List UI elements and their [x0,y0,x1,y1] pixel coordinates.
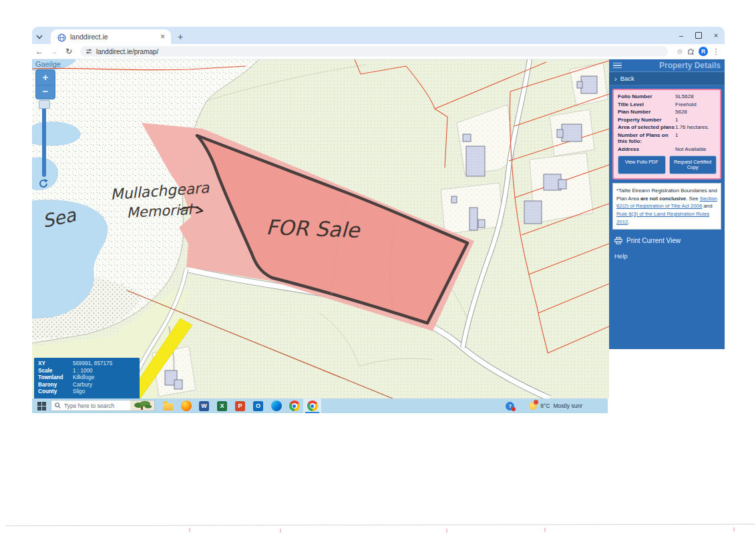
detail-value: 1.76 hectares. [675,124,709,131]
map-refresh-button[interactable] [38,178,49,189]
taskbar-file-explorer-icon[interactable] [159,398,177,413]
detail-row: Area of selected plans 1.76 hectares. [618,124,717,131]
back-button[interactable]: › Back [609,72,725,85]
window-maximize-button[interactable] [690,27,707,44]
registration-disclaimer: *Tailte Éireann Registration Boundaries … [612,183,721,230]
folder-icon [163,403,173,411]
detail-label: Property Number [618,117,675,123]
taskbar-edge-icon[interactable] [267,398,285,413]
detail-label: Number of Plans on this folio: [618,132,675,145]
browser-window: landdirect.ie × + – × ← → ↻ l [32,27,725,398]
taskbar-app-icons: W X P O [159,398,321,413]
scan-mark [280,529,281,533]
zoom-slider[interactable] [42,102,46,177]
taskbar-chrome-active-icon[interactable] [303,398,321,413]
tab-close-icon[interactable]: × [158,32,167,41]
taskbar-excel-icon[interactable]: X [213,398,231,413]
edge-icon [271,400,282,411]
window-close-button[interactable]: × [707,27,725,44]
view-folio-pdf-button[interactable]: View Folio PDF [618,156,666,174]
chrome-icon [289,400,300,411]
search-highlight-tree-image[interactable] [130,400,154,411]
scan-mark [733,527,735,531]
taskbar-tray: ? 8°C Mostly sunr [506,398,582,413]
powerpoint-icon: P [235,401,245,411]
extensions-puzzle-icon[interactable] [687,47,695,56]
detail-row: Plan Number 5628 [618,109,717,115]
nav-back-icon[interactable]: ← [32,47,47,56]
scan-mark [544,528,546,532]
taskbar-powerpoint-icon[interactable]: P [231,398,249,413]
disclaimer-bold: are not conclusive [640,196,686,202]
panel-header: Property Details [609,59,725,72]
taskbar-outlook-icon[interactable]: O [249,398,267,413]
folio-details-card: Folio Number SL5628 Title Level Freehold… [612,89,721,180]
printer-icon [614,237,622,244]
bookmark-star-icon[interactable]: ☆ [673,47,687,56]
detail-value: SL5628 [675,93,694,100]
help-link[interactable]: Help [609,247,725,265]
language-toggle-link[interactable]: Gaeilge [35,60,61,68]
profile-avatar[interactable]: R [699,47,708,56]
tab-search-chevron-icon[interactable] [32,29,47,44]
weather-temp[interactable]: 8°C [540,403,550,409]
map-canvas[interactable]: Mullachgeara Memorial FOR Sale Sea [32,59,609,398]
info-row-county: County Sligo [38,388,136,396]
taskbar-chrome-icon[interactable] [285,398,303,413]
request-certified-copy-button[interactable]: Request Certified Copy [669,156,717,174]
scan-page-edge-line [5,524,755,526]
zoom-slider-handle[interactable] [39,100,50,109]
nav-reload-icon[interactable]: ↻ [61,47,76,56]
for-sale-annotation: FOR Sale [266,215,361,242]
panel-title: Property Details [659,61,721,70]
print-current-view-button[interactable]: Print Current View [609,232,725,247]
back-chevron-icon: › [614,75,617,83]
detail-label: Plan Number [618,109,675,115]
info-label: Barony [38,382,73,389]
taskbar-firefox-icon[interactable] [177,398,195,413]
map-viewport[interactable]: Mullachgeara Memorial FOR Sale Sea Gaeil… [32,59,609,398]
taskbar-word-icon[interactable]: W [195,398,213,413]
registration-rules-link[interactable]: Rule 8(3) of the Land Registration Rules… [616,211,709,225]
info-value: 1 : 1000 [73,368,93,375]
search-icon [55,403,61,409]
coords-info-box: XY 569991, 857175 Scale 1 : 1000 Townlan… [34,358,140,398]
detail-row: Title Level Freehold [618,101,717,108]
info-label: County [38,388,73,396]
detail-value: 1 [675,117,678,123]
zoom-in-button[interactable]: + [35,69,55,85]
detail-label: Area of selected plans [618,124,675,131]
disclaimer-text: and [702,203,712,209]
browser-content: Mullachgeara Memorial FOR Sale Sea Gaeil… [32,59,725,398]
folio-actions: View Folio PDF Request Certified Copy [618,156,717,174]
browser-menu-icon[interactable]: ⋮ [711,47,721,56]
weather-sun-icon[interactable] [529,402,537,410]
chrome-icon [307,400,318,411]
maximize-icon [695,32,702,39]
taskbar-search-input[interactable]: Type here to search [51,400,155,411]
info-value: Kilkilloge [73,374,94,382]
property-details-panel: Property Details › Back Folio Number SL5… [609,59,725,349]
browser-toolbar: ← → ↻ landdirect.ie/pramap/ ☆ R ⋮ [32,44,725,59]
start-button-icon[interactable] [37,402,46,411]
detail-row: Folio Number SL5628 [618,93,717,100]
info-row-townland: Townland Kilkilloge [38,374,136,382]
nav-forward-icon[interactable]: → [47,47,61,56]
windows-taskbar: Type here to search W X P O [32,398,608,413]
side-panel-column: Property Details › Back Folio Number SL5… [609,59,725,398]
window-minimize-button[interactable]: – [673,27,690,44]
hamburger-menu-icon[interactable] [613,63,622,69]
info-row-barony: Barony Carbury [38,382,136,389]
zoom-out-button[interactable]: − [35,85,55,99]
url-bar[interactable]: landdirect.ie/pramap/ [80,46,668,57]
firefox-icon [181,400,192,411]
weather-condition[interactable]: Mostly sunr [554,403,582,409]
tray-help-icon[interactable]: ? [506,402,514,411]
detail-value: Freehold [675,101,697,108]
site-info-tune-icon[interactable] [85,48,92,55]
url-text: landdirect.ie/pramap/ [96,48,158,55]
search-placeholder: Type here to search [64,403,130,409]
browser-tab[interactable]: landdirect.ie × [51,29,171,44]
detail-row: Address Not Available [618,146,717,153]
new-tab-button[interactable]: + [171,31,190,44]
